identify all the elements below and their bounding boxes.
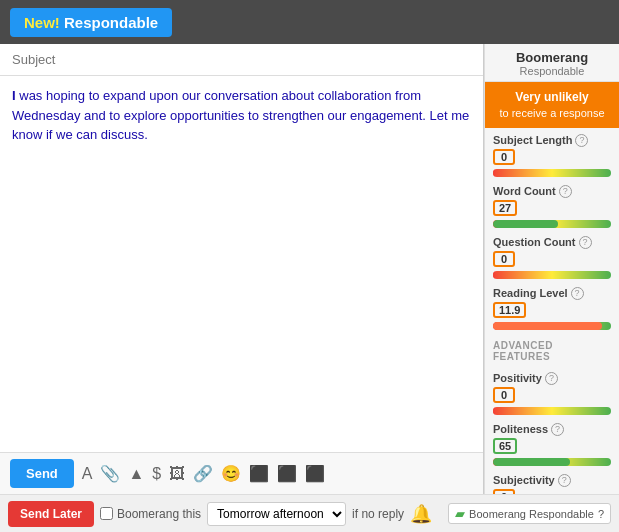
tomorrow-select[interactable]: Tomorrow afternoon (207, 502, 346, 526)
subjectivity-help-icon[interactable]: ? (558, 474, 571, 487)
word-count-fill (493, 220, 558, 228)
politeness-bar (493, 458, 611, 466)
advanced-features-label: ADVANCED FEATURES (485, 336, 619, 362)
link-icon[interactable]: 🔗 (193, 464, 213, 483)
footer-help-icon: ? (598, 508, 604, 520)
new-respondable-badge: New! Respondable (10, 8, 172, 37)
question-count-help-icon[interactable]: ? (579, 236, 592, 249)
metric-politeness: Politeness ? 65 (493, 423, 611, 466)
subject-field (0, 44, 483, 76)
metric-question-count: Question Count ? 0 (493, 236, 611, 279)
advanced-metrics: Positivity ? 0 Politeness ? 65 (485, 366, 619, 494)
boomerang-icon1[interactable]: ⬛ (249, 464, 269, 483)
word-count-help-icon[interactable]: ? (559, 185, 572, 198)
if-no-reply-text: if no reply (352, 507, 404, 521)
unlikely-sub: to receive a response (491, 106, 613, 120)
metric-reading-level: Reading Level ? 11.9 (493, 287, 611, 330)
word-count-bar (493, 220, 611, 228)
positivity-bar (493, 407, 611, 415)
reading-level-value: 11.9 (493, 302, 526, 318)
politeness-help-icon[interactable]: ? (551, 423, 564, 436)
word-count-label: Word Count (493, 185, 556, 197)
panel-metrics: Subject Length ? 0 Word Count ? 27 (485, 128, 619, 336)
subject-length-fill (493, 169, 495, 177)
green-bar-icon: ▰ (455, 506, 465, 521)
subject-length-value: 0 (493, 149, 515, 165)
drive-icon[interactable]: ▲ (128, 465, 144, 483)
unlikely-label: Very unlikely (491, 90, 613, 106)
footer-badge-text: Boomerang Respondable (469, 508, 594, 520)
attachment-icon[interactable]: 📎 (100, 464, 120, 483)
main-area: I was hoping to expand upon our conversa… (0, 44, 619, 494)
unlikely-badge: Very unlikely to receive a response (485, 82, 619, 128)
emoji-icon[interactable]: 😊 (221, 464, 241, 483)
body-first-char: I (12, 88, 16, 103)
body-area[interactable]: I was hoping to expand upon our conversa… (0, 76, 483, 452)
question-count-bar (493, 271, 611, 279)
boomerang-checkbox[interactable] (100, 507, 113, 520)
subject-length-help-icon[interactable]: ? (575, 134, 588, 147)
reading-level-fill (493, 322, 602, 330)
metric-subject-length: Subject Length ? 0 (493, 134, 611, 177)
metric-positivity: Positivity ? 0 (493, 372, 611, 415)
image-icon[interactable]: 🖼 (169, 465, 185, 483)
reading-level-help-icon[interactable]: ? (571, 287, 584, 300)
positivity-label: Positivity (493, 372, 542, 384)
subject-length-bar (493, 169, 611, 177)
font-icon[interactable]: A (82, 465, 93, 483)
body-text: I was hoping to expand upon our conversa… (12, 86, 471, 145)
question-count-label: Question Count (493, 236, 576, 248)
compose-toolbar: Send A 📎 ▲ $ 🖼 🔗 😊 ⬛ ⬛ ⬛ (0, 452, 483, 494)
politeness-value: 65 (493, 438, 517, 454)
positivity-value: 0 (493, 387, 515, 403)
metric-word-count: Word Count ? 27 (493, 185, 611, 228)
politeness-label: Politeness (493, 423, 548, 435)
boomerang-icon3[interactable]: ⬛ (305, 464, 325, 483)
word-count-value: 27 (493, 200, 517, 216)
compose-pane: I was hoping to expand upon our conversa… (0, 44, 484, 494)
top-bar: New! Respondable (0, 0, 619, 44)
send-button[interactable]: Send (10, 459, 74, 488)
panel-header: Boomerang Respondable (485, 44, 619, 82)
positivity-fill (493, 407, 495, 415)
question-count-value: 0 (493, 251, 515, 267)
boomerang-footer-badge[interactable]: ▰ Boomerang Respondable ? (448, 503, 611, 524)
subject-length-label: Subject Length (493, 134, 572, 146)
body-rest: was hoping to expand upon our conversati… (12, 88, 469, 142)
reading-level-label: Reading Level (493, 287, 568, 299)
respondable-panel: Boomerang Respondable Very unlikely to r… (484, 44, 619, 494)
badge-title: Respondable (64, 14, 158, 31)
boomerang-check: Boomerang this (100, 507, 201, 521)
dollar-icon[interactable]: $ (152, 465, 161, 483)
subject-input[interactable] (12, 52, 471, 67)
panel-title: Boomerang (493, 50, 611, 65)
metric-subjectivity: Subjectivity ? 0 (493, 474, 611, 494)
boomerang-check-label: Boomerang this (117, 507, 201, 521)
reading-level-bar (493, 322, 611, 330)
politeness-fill (493, 458, 570, 466)
send-later-button[interactable]: Send Later (8, 501, 94, 527)
new-label: New! (24, 14, 60, 31)
positivity-help-icon[interactable]: ? (545, 372, 558, 385)
subjectivity-label: Subjectivity (493, 474, 555, 486)
panel-subtitle: Respondable (493, 65, 611, 77)
boomerang-icon2[interactable]: ⬛ (277, 464, 297, 483)
bottom-bar: Send Later Boomerang this Tomorrow after… (0, 494, 619, 532)
question-count-fill (493, 271, 495, 279)
bell-icon[interactable]: 🔔 (410, 503, 432, 525)
